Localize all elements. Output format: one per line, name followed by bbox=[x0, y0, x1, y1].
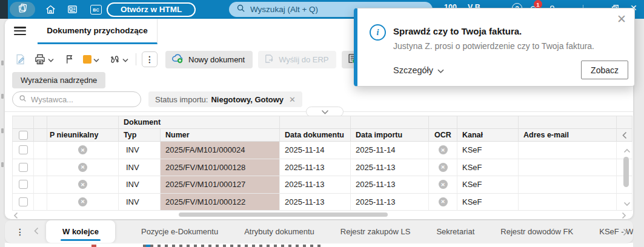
group-header-dokument: Dokument bbox=[119, 116, 280, 129]
col-kanal[interactable]: Kanał bbox=[457, 129, 519, 142]
chevron-down-icon[interactable] bbox=[48, 54, 54, 65]
new-document-button[interactable]: Nowy dokument bbox=[165, 51, 253, 68]
search-icon bbox=[19, 94, 27, 105]
non-unique-status-icon: ✕ bbox=[78, 180, 87, 189]
select-all-checkbox[interactable] bbox=[19, 131, 28, 140]
remove-filter-icon[interactable]: ✕ bbox=[289, 95, 296, 104]
home-icon[interactable] bbox=[45, 4, 56, 15]
cloud-plus-icon bbox=[171, 53, 184, 66]
col-data-dokumentu[interactable]: Data dokumentu bbox=[280, 129, 351, 142]
col-numer[interactable]: Numer bbox=[161, 129, 280, 142]
bc-app-icon[interactable]: BC bbox=[90, 5, 102, 15]
bottom-tabbar: ⋮ W kolejce Pozycje e-Dokumentu Atrybuty… bbox=[5, 220, 633, 243]
col-typ[interactable]: Typ bbox=[119, 129, 161, 142]
scroll-down-icon[interactable] bbox=[623, 198, 631, 209]
collapse-panel-icon[interactable] bbox=[617, 129, 632, 142]
non-unique-status-icon: ✕ bbox=[78, 163, 87, 172]
table-row[interactable]: ✕ INV 2025/FV/M101/000128 2025-11-13 202… bbox=[12, 159, 632, 177]
print-icon[interactable] bbox=[34, 53, 46, 65]
ocr-status-icon: ✕ bbox=[439, 145, 448, 154]
scroll-up-icon[interactable] bbox=[623, 145, 631, 156]
bottom-tab[interactable]: Pozycje e-Dokumentu bbox=[141, 227, 218, 236]
open-in-html-button[interactable]: Otwórz w HTML bbox=[107, 2, 196, 17]
notification-popup: ✕ i Sprawdź czy to Twoja faktura. Justyn… bbox=[354, 8, 635, 87]
popup-details-link[interactable]: Szczegóły bbox=[393, 65, 444, 75]
app-switcher-button[interactable] bbox=[10, 2, 35, 17]
ocr-status-icon: ✕ bbox=[439, 180, 448, 189]
bottom-tab[interactable]: KSeF - Wizua bbox=[599, 227, 633, 236]
import-status-filter-chip[interactable]: Status importu: Niegotowy, Gotowy ✕ bbox=[148, 91, 302, 107]
issuer-filter[interactable] bbox=[12, 91, 141, 107]
bottom-tab[interactable]: Rejestr zakupów LS bbox=[340, 227, 411, 236]
non-unique-status-icon: ✕ bbox=[78, 197, 87, 206]
tabs-scroll-left-icon[interactable] bbox=[34, 226, 39, 237]
popup-message: Justyna Z. prosi o potwierdzenie czy to … bbox=[393, 41, 594, 51]
info-icon: i bbox=[370, 24, 386, 41]
table-row[interactable]: ✕ INV 2025/FV/M101/000122 2025-11-13 202… bbox=[12, 194, 632, 211]
table-row[interactable]: ✕ INV 2025/FA/M101/000024 2025-11-14 202… bbox=[12, 142, 632, 159]
edit-document-icon[interactable] bbox=[15, 53, 27, 65]
tabs-scroll-right-icon[interactable] bbox=[623, 228, 628, 239]
chevron-down-icon bbox=[437, 65, 444, 75]
app-window: BC Otwórz w HTML 100 V B ? 1 bbox=[0, 0, 644, 247]
col-adres-email[interactable]: Adres e-mail bbox=[519, 129, 617, 142]
flag-icon[interactable] bbox=[65, 54, 76, 65]
bottom-tab[interactable]: W kolejce bbox=[46, 220, 115, 243]
non-unique-status-icon: ✕ bbox=[78, 145, 87, 154]
bottom-tabs: W kolejce Pozycje e-Dokumentu Atrybuty d… bbox=[46, 220, 633, 243]
row-checkbox[interactable] bbox=[19, 180, 28, 189]
bottom-tab[interactable]: Sekretariat bbox=[436, 227, 474, 236]
tab-dokumenty-przychodzace[interactable]: Dokumenty przychodzące bbox=[38, 19, 158, 44]
row-checkbox[interactable] bbox=[19, 163, 28, 172]
filter-value: Niegotowy, Gotowy bbox=[211, 95, 284, 104]
notification-badge: 1 bbox=[534, 0, 542, 8]
col-data-importu[interactable]: Data importu bbox=[351, 129, 429, 142]
ocr-status-icon: ✕ bbox=[439, 197, 448, 206]
parent-expressions-button[interactable]: Wyrażenia nadrzędne bbox=[12, 72, 105, 88]
popup-close-icon[interactable]: ✕ bbox=[617, 13, 626, 25]
tabbar-kebab-icon[interactable]: ⋮ bbox=[16, 227, 24, 237]
menu-icon[interactable] bbox=[14, 27, 26, 36]
toolbar: ⋮ Nowy dokument Wyślij do ERP bbox=[15, 50, 363, 69]
table-header: P nieunikalny Typ Numer Data dokumentu D… bbox=[12, 129, 632, 142]
search-icon bbox=[236, 4, 245, 15]
chevron-down-icon[interactable] bbox=[93, 54, 99, 65]
table-row[interactable]: ✕ INV 2025/FV/M101/000127 2025-11-13 202… bbox=[12, 176, 632, 194]
issuer-filter-input[interactable] bbox=[31, 95, 128, 104]
chevron-down-icon[interactable] bbox=[122, 54, 128, 65]
toolbar-divider bbox=[136, 53, 136, 65]
col-ocr[interactable]: OCR bbox=[429, 129, 457, 142]
popup-view-button[interactable]: Zobacz bbox=[581, 61, 628, 79]
footprints-icon[interactable] bbox=[109, 54, 121, 65]
send-to-erp-button[interactable]: Wyślij do ERP bbox=[258, 51, 336, 68]
more-actions-button[interactable]: ⋮ bbox=[142, 51, 158, 67]
ocr-status-icon: ✕ bbox=[439, 163, 448, 172]
bottom-tab[interactable]: Rejestr dowodów FK bbox=[500, 227, 573, 236]
color-swatch-icon[interactable] bbox=[83, 55, 91, 64]
popup-title: Sprawdź czy to Twoja faktura. bbox=[393, 26, 522, 36]
row-checkbox[interactable] bbox=[19, 145, 28, 154]
documents-table: Dokument P nieunikalny Typ Numer Data do… bbox=[12, 116, 632, 211]
col-p-nieunikalny[interactable]: P nieunikalny bbox=[47, 129, 119, 142]
vertical-scrollbar-thumb[interactable] bbox=[623, 157, 629, 187]
horizontal-scrollbar-thumb[interactable] bbox=[179, 212, 388, 217]
row-checkbox[interactable] bbox=[19, 197, 28, 206]
table-body: ✕ INV 2025/FA/M101/000024 2025-11-14 202… bbox=[12, 142, 632, 211]
bottom-tab[interactable]: Atrybuty dokumentu bbox=[244, 227, 314, 236]
clipped-next-row bbox=[5, 243, 633, 247]
stacked-pages-icon bbox=[18, 3, 28, 16]
news-icon[interactable] bbox=[67, 4, 78, 15]
table-group-header: Dokument bbox=[12, 116, 632, 129]
send-erp-icon bbox=[264, 53, 274, 66]
window-corner bbox=[0, 0, 8, 19]
